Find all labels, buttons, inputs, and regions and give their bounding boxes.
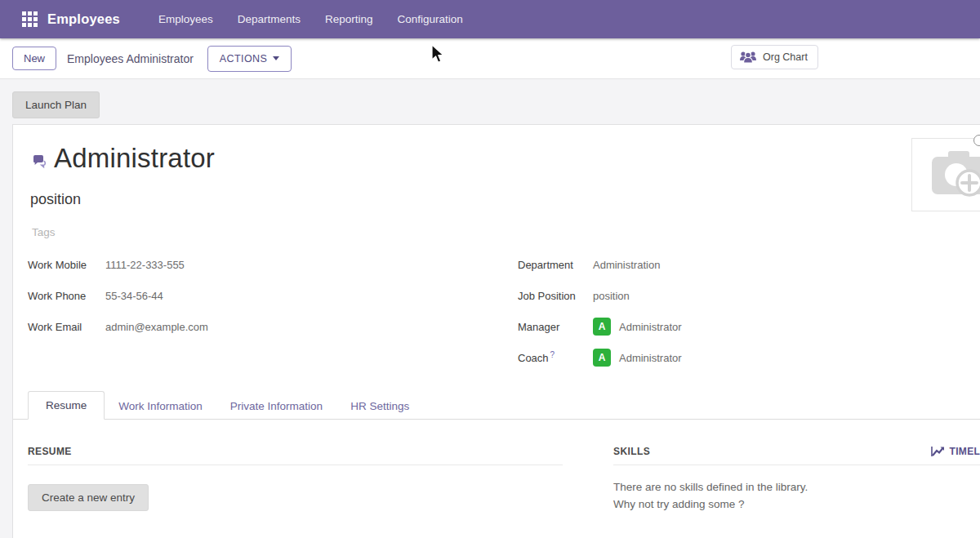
field-label-department: Department <box>518 259 593 271</box>
field-job-position: Job Position position <box>518 280 975 311</box>
coach-name: Administrator <box>619 352 682 364</box>
skills-empty-line2: Why not try adding some ? <box>613 496 980 513</box>
launch-plan-button[interactable]: Launch Plan <box>12 91 100 118</box>
org-chart-people-icon <box>739 50 757 64</box>
field-label-work-email: Work Email <box>28 321 105 333</box>
menu-departments[interactable]: Departments <box>225 0 313 38</box>
job-position-subtitle[interactable]: position <box>30 191 81 208</box>
skills-heading: SKILLS <box>613 446 650 457</box>
app-brand[interactable]: Employees <box>47 11 120 27</box>
coach-avatar: A <box>593 349 611 367</box>
menu-reporting[interactable]: Reporting <box>313 0 385 38</box>
field-value-work-phone[interactable]: 55-34-56-44 <box>105 290 163 302</box>
skills-empty-message: There are no skills defined in the libra… <box>613 478 980 513</box>
breadcrumb[interactable]: Employees Administrator <box>67 52 194 65</box>
left-fields-column: Work Mobile 1111-22-333-555 Work Phone 5… <box>28 249 501 342</box>
field-value-work-email[interactable]: admin@example.com <box>105 321 208 333</box>
field-label-work-mobile: Work Mobile <box>28 259 105 271</box>
resume-section-header: RESUME <box>28 446 563 465</box>
org-chart-button-label: Org Chart <box>763 51 808 63</box>
action-strip: Launch Plan <box>0 79 980 124</box>
notebook-tabbar: Resume Work Information Private Informat… <box>13 390 980 420</box>
actions-button-label: ACTIONS <box>220 53 267 64</box>
chevron-down-icon <box>273 56 279 60</box>
tab-hr-settings[interactable]: HR Settings <box>336 393 423 420</box>
actions-button[interactable]: ACTIONS <box>207 46 292 72</box>
coach-help-icon[interactable]: ? <box>550 350 555 359</box>
camera-add-icon <box>929 149 980 200</box>
main-menu: Employees Departments Reporting Configur… <box>146 0 475 38</box>
field-label-coach: Coach? <box>518 350 593 364</box>
photo-edit-button[interactable] <box>973 135 980 146</box>
tab-work-information[interactable]: Work Information <box>105 393 216 420</box>
right-fields-column: Department Administration Job Position p… <box>518 249 975 373</box>
top-navbar: Employees Employees Departments Reportin… <box>0 0 980 38</box>
resume-section: RESUME Create a new entry <box>28 446 563 511</box>
employee-photo-placeholder[interactable] <box>911 138 980 211</box>
menu-employees[interactable]: Employees <box>146 0 225 38</box>
field-value-manager[interactable]: A Administrator <box>593 318 682 336</box>
field-value-department[interactable]: Administration <box>593 259 660 271</box>
employee-name-title[interactable]: Administrator <box>54 143 215 174</box>
new-button[interactable]: New <box>12 47 56 70</box>
field-label-work-phone: Work Phone <box>28 290 105 302</box>
field-coach: Coach? A Administrator <box>518 342 975 373</box>
skills-section: SKILLS TIMELINE There are no skills defi… <box>613 446 980 513</box>
resume-heading: RESUME <box>28 446 72 457</box>
chatter-message-icon[interactable] <box>33 155 50 170</box>
tab-private-information[interactable]: Private Information <box>216 393 336 420</box>
field-work-mobile: Work Mobile 1111-22-333-555 <box>28 249 501 280</box>
field-value-job-position[interactable]: position <box>593 290 630 302</box>
timeline-link[interactable]: TIMELINE <box>931 446 980 457</box>
skills-empty-line1: There are no skills defined in the libra… <box>613 478 980 496</box>
employee-form-card: Administrator position Tags Work Mobile … <box>12 124 980 538</box>
field-work-email: Work Email admin@example.com <box>28 311 501 342</box>
field-department: Department Administration <box>518 249 975 280</box>
control-panel: New Employees Administrator ACTIONS Org … <box>0 38 980 79</box>
timeline-chart-icon <box>931 446 945 457</box>
create-new-entry-button[interactable]: Create a new entry <box>28 484 149 511</box>
field-manager: Manager A Administrator <box>518 311 975 342</box>
field-value-coach[interactable]: A Administrator <box>593 349 682 367</box>
field-label-manager: Manager <box>518 321 593 333</box>
menu-configuration[interactable]: Configuration <box>385 0 475 38</box>
tags-input[interactable]: Tags <box>32 226 56 238</box>
skills-section-header: SKILLS TIMELINE <box>613 446 980 465</box>
field-work-phone: Work Phone 55-34-56-44 <box>28 280 501 311</box>
org-chart-button[interactable]: Org Chart <box>731 45 818 69</box>
timeline-link-label: TIMELINE <box>950 446 980 457</box>
field-label-job-position: Job Position <box>518 290 593 302</box>
tab-resume[interactable]: Resume <box>28 391 105 420</box>
manager-name: Administrator <box>619 321 682 333</box>
apps-grid-icon[interactable] <box>22 11 38 27</box>
manager-avatar: A <box>593 318 611 336</box>
field-value-work-mobile[interactable]: 1111-22-333-555 <box>105 259 185 271</box>
